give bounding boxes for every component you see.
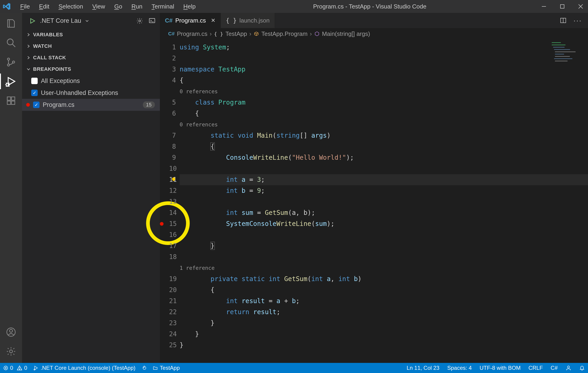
namespace-icon: { }: [214, 31, 223, 37]
breadcrumb-seg: TestApp: [225, 30, 247, 37]
search-icon[interactable]: [5, 36, 17, 49]
line-number: 3: [169, 64, 180, 75]
svg-point-32: [34, 369, 35, 370]
extensions-icon[interactable]: [5, 94, 17, 107]
line-number: 18: [169, 251, 180, 262]
svg-point-7: [7, 64, 10, 66]
window-maximize-icon[interactable]: [558, 2, 567, 11]
tab-program-cs[interactable]: C# Program.cs ✕: [160, 13, 221, 28]
start-debug-button[interactable]: [29, 18, 36, 24]
line-number: 2: [169, 53, 180, 64]
lightbulb-icon[interactable]: [171, 177, 176, 182]
section-variables[interactable]: VARIABLES: [22, 29, 160, 41]
checkbox-checked-icon[interactable]: ✓: [33, 102, 40, 108]
line-number: 13: [169, 196, 180, 207]
settings-gear-icon[interactable]: [5, 345, 17, 358]
status-eol[interactable]: CRLF: [528, 365, 543, 371]
section-watch-label: WATCH: [33, 43, 52, 49]
codelens[interactable]: 0 references: [180, 122, 218, 128]
close-tab-icon[interactable]: ✕: [211, 17, 215, 24]
breakpoint-all-exceptions[interactable]: All Exceptions: [22, 75, 160, 87]
svg-point-4: [7, 39, 13, 45]
status-debug-config[interactable]: .NET Core Launch (console) (TestApp): [33, 365, 136, 371]
status-errors-count: 0: [10, 365, 13, 371]
line-number: 4: [169, 75, 180, 86]
debug-config-label: .NET Core Lau: [40, 17, 81, 24]
breakpoint-dot-icon[interactable]: [160, 222, 164, 226]
status-spaces[interactable]: Spaces: 4: [447, 365, 472, 371]
svg-rect-17: [7, 101, 11, 105]
line-number: 10: [169, 163, 180, 174]
status-folder-label: TestApp: [160, 365, 180, 371]
svg-rect-19: [11, 97, 15, 100]
status-problems[interactable]: 0 0: [3, 365, 27, 371]
line-number: 17: [169, 240, 180, 251]
debug-side-panel: .NET Core Lau VARIABLES WATCH: [22, 13, 160, 363]
open-launch-json-gear-icon[interactable]: [136, 17, 143, 25]
line-number: 19: [169, 274, 180, 285]
svg-point-22: [10, 350, 13, 353]
menu-help[interactable]: Help: [179, 2, 200, 11]
code-content[interactable]: using System; namespace TestApp { 0 refe…: [180, 40, 588, 363]
class-icon: [253, 31, 259, 37]
status-encoding[interactable]: UTF-8 with BOM: [480, 365, 521, 371]
window-minimize-icon[interactable]: [540, 2, 548, 11]
breadcrumb[interactable]: C#Program.cs › { }TestApp › TestApp.Prog…: [160, 28, 588, 40]
menu-go[interactable]: Go: [110, 2, 126, 11]
checkbox-unchecked-icon[interactable]: [31, 78, 38, 84]
line-number: 9: [169, 152, 180, 163]
section-breakpoints[interactable]: BREAKPOINTS: [22, 64, 160, 75]
menu-run[interactable]: Run: [127, 2, 147, 11]
menu-file[interactable]: File: [16, 2, 34, 11]
json-file-icon: { }: [226, 17, 237, 24]
status-language[interactable]: C#: [551, 365, 558, 371]
breakpoint-user-unhandled[interactable]: ✓ User-Unhandled Exceptions: [22, 87, 160, 99]
checkbox-checked-icon[interactable]: ✓: [31, 90, 38, 96]
csharp-file-icon: C#: [165, 17, 172, 24]
tab-label: launch.json: [239, 17, 270, 24]
menu-terminal[interactable]: Terminal: [147, 2, 178, 11]
run-debug-icon[interactable]: [5, 75, 17, 88]
status-feedback-icon[interactable]: [566, 365, 571, 371]
breakpoint-file-entry[interactable]: ✓ Program.cs 15: [22, 99, 160, 111]
menu-view[interactable]: View: [88, 2, 109, 11]
breakpoint-dot-icon: [26, 103, 30, 107]
line-number: 12: [169, 185, 180, 196]
method-icon: [314, 31, 320, 37]
svg-rect-1: [560, 5, 564, 8]
status-bell-icon[interactable]: [579, 365, 585, 371]
minimap[interactable]: [549, 40, 588, 65]
breadcrumb-seg: TestApp.Program: [261, 30, 307, 37]
status-forge-icon[interactable]: [141, 365, 147, 371]
codelens[interactable]: 1 reference: [180, 265, 215, 271]
accounts-icon[interactable]: [5, 326, 17, 339]
svg-rect-16: [7, 97, 11, 100]
menu-edit[interactable]: Edit: [35, 2, 53, 11]
line-number: 20: [169, 285, 180, 296]
section-watch[interactable]: WATCH: [22, 41, 160, 52]
svg-point-33: [567, 366, 570, 368]
source-control-icon[interactable]: [5, 56, 17, 68]
status-folder[interactable]: TestApp: [153, 365, 180, 371]
window-close-icon[interactable]: [577, 2, 585, 11]
more-actions-icon[interactable]: ···: [574, 17, 582, 24]
menu-selection[interactable]: Selection: [54, 2, 87, 11]
line-number-gutter[interactable]: 1 2 3 4 5 6 7 8 9 10 11 12 13 14 15 16 1…: [160, 40, 180, 363]
line-number: 14: [169, 207, 180, 218]
section-callstack[interactable]: CALL STACK: [22, 52, 160, 64]
line-number: 22: [169, 307, 180, 318]
code-editor[interactable]: 1 2 3 4 5 6 7 8 9 10 11 12 13 14 15 16 1…: [160, 40, 588, 363]
breakpoint-line-badge: 15: [143, 101, 155, 108]
line-number: 5: [169, 97, 180, 108]
tab-launch-json[interactable]: { } launch.json: [221, 13, 275, 28]
explorer-icon[interactable]: [5, 17, 17, 30]
status-ln-col[interactable]: Ln 11, Col 23: [407, 365, 439, 371]
breakpoint-label: All Exceptions: [41, 77, 80, 85]
codelens[interactable]: 0 references: [180, 88, 218, 95]
line-number: 1: [169, 42, 180, 53]
debug-console-icon[interactable]: [148, 17, 156, 25]
debug-config-select[interactable]: .NET Core Lau: [40, 17, 132, 24]
split-editor-icon[interactable]: [560, 17, 567, 24]
debug-config-row: .NET Core Lau: [22, 13, 160, 29]
line-number: 24: [169, 329, 180, 340]
